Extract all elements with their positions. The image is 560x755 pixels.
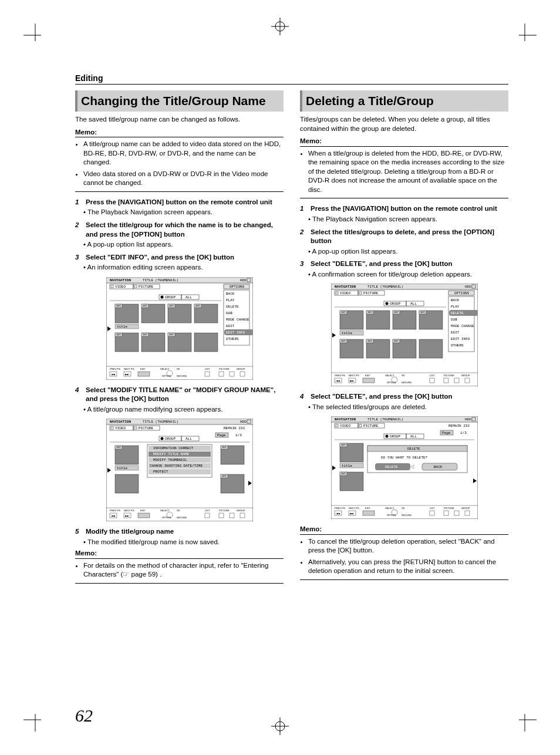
svg-text:ALL: ALL xyxy=(185,437,192,441)
svg-text:TITLE (THUMBNAIL): TITLE (THUMBNAIL) xyxy=(143,420,178,424)
step-3: 3Select "EDIT INFO", and press the [OK] … xyxy=(75,253,284,262)
svg-text:TITLE (THUMBNAIL): TITLE (THUMBNAIL) xyxy=(367,285,403,289)
step-text: Select the titles/groups to delete, and … xyxy=(311,228,508,246)
step-text: Press the [NAVIGATION] button on the rem… xyxy=(86,198,272,207)
svg-text:10/7: 10/7 xyxy=(341,472,346,475)
memo-list: When a title/group is deleted from the H… xyxy=(300,149,508,195)
step-text: Select "DELETE", and press the [OK] butt… xyxy=(311,259,453,269)
svg-text:DUB: DUB xyxy=(226,311,232,315)
svg-text:VIDEO: VIDEO xyxy=(115,426,126,430)
svg-point-173 xyxy=(385,302,388,305)
step-1: 1Press the [NAVIGATION] button on the re… xyxy=(300,204,508,214)
step-num: 2 xyxy=(300,228,307,246)
memo-item: When a title/group is deleted from the H… xyxy=(308,149,508,195)
svg-text:NAVIGATION: NAVIGATION xyxy=(110,420,131,424)
svg-text:RETURN: RETURN xyxy=(402,514,411,517)
svg-text:|◀◀: |◀◀ xyxy=(336,379,340,382)
svg-text:10/7: 10/7 xyxy=(341,443,346,446)
svg-text:PICTURE: PICTURE xyxy=(363,424,379,428)
svg-rect-67 xyxy=(194,333,218,352)
svg-text:title: title xyxy=(117,325,127,329)
svg-text:MODE CHANGE: MODE CHANGE xyxy=(226,318,249,322)
step-num: 4 xyxy=(300,392,307,402)
svg-text:NAVIGATION: NAVIGATION xyxy=(110,278,131,282)
step-note: A pop-up option list appears. xyxy=(308,247,508,257)
memo-item: Alternatively, you can press the [RETURN… xyxy=(308,558,508,576)
svg-text:EXIT: EXIT xyxy=(140,368,146,370)
svg-text:▶▶|: ▶▶| xyxy=(125,514,129,517)
svg-text:EDIT: EDIT xyxy=(451,331,460,335)
svg-text:VIDEO: VIDEO xyxy=(340,291,350,295)
svg-text:GROUP: GROUP xyxy=(165,295,176,299)
svg-rect-221 xyxy=(363,378,375,383)
svg-text:GROUP: GROUP xyxy=(237,509,245,512)
svg-text:NAVIGATION: NAVIGATION xyxy=(335,285,356,289)
step-num: 2 xyxy=(75,221,82,239)
svg-text:10/7: 10/7 xyxy=(367,311,373,314)
memo-rule xyxy=(75,558,284,559)
svg-point-107 xyxy=(160,437,163,440)
svg-text:▶▶|: ▶▶| xyxy=(350,512,354,515)
svg-text:ALL: ALL xyxy=(185,295,192,299)
figure-nav-delete-confirm: NAVIGATION TITLE (THUMBNAIL) HDD VIDEO P… xyxy=(331,416,478,519)
svg-text:GROUP: GROUP xyxy=(237,368,245,370)
registration-mark-bottom xyxy=(271,717,289,737)
memo-end-rule xyxy=(75,583,284,584)
svg-text:EDIT: EDIT xyxy=(226,324,235,328)
svg-text:GROUP: GROUP xyxy=(461,507,470,510)
svg-rect-211 xyxy=(419,339,443,358)
svg-text:ALL: ALL xyxy=(410,302,417,306)
svg-rect-77 xyxy=(138,372,150,376)
svg-text:1/3: 1/3 xyxy=(460,431,467,435)
svg-text:TITLE (THUMBNAIL): TITLE (THUMBNAIL) xyxy=(143,278,178,282)
svg-text:10/7: 10/7 xyxy=(222,446,227,449)
svg-text:OTHERS: OTHERS xyxy=(451,343,464,348)
heading-change-title: Changing the Title/Group Name xyxy=(75,90,284,112)
svg-text:SELECT: SELECT xyxy=(160,368,170,370)
svg-point-30 xyxy=(160,295,163,298)
memo-item: To cancel the title/group deletion opera… xyxy=(308,537,508,555)
step-num: 4 xyxy=(75,386,82,404)
svg-text:EXIT: EXIT xyxy=(140,509,146,512)
svg-text:10/7: 10/7 xyxy=(116,304,122,307)
svg-text:CHANGE SHOOTING DATE/TIME: CHANGE SHOOTING DATE/TIME xyxy=(150,464,203,468)
svg-text:PICTURE: PICTURE xyxy=(219,509,230,512)
svg-text:PREV PG: PREV PG xyxy=(110,509,120,512)
svg-text:MODE CHANGE: MODE CHANGE xyxy=(451,324,474,328)
svg-text:OK: OK xyxy=(177,509,180,512)
svg-text:SELECT: SELECT xyxy=(385,507,394,510)
svg-text:|◀◀: |◀◀ xyxy=(111,373,116,376)
svg-text:PROTECT: PROTECT xyxy=(153,470,168,474)
svg-text:DELETE: DELETE xyxy=(451,311,464,315)
svg-text:Page: Page xyxy=(442,431,451,435)
svg-text:RETURN: RETURN xyxy=(402,381,411,384)
svg-text:OPTION: OPTION xyxy=(162,375,171,378)
step-text: Select "DELETE", and press the [OK] butt… xyxy=(311,392,453,402)
svg-text:OPTIONS: OPTIONS xyxy=(454,291,470,295)
svg-text:HDD: HDD xyxy=(465,417,471,422)
step-num: 5 xyxy=(75,527,82,537)
memo-rule xyxy=(300,146,508,147)
svg-text:PREV PG: PREV PG xyxy=(335,507,345,510)
step-text: Select "EDIT INFO", and press the [OK] b… xyxy=(86,253,234,262)
svg-text:HDD: HDD xyxy=(465,285,471,289)
svg-text:GROUP: GROUP xyxy=(390,302,400,306)
step-num: 3 xyxy=(300,259,307,269)
figure-nav-modify: NAVIGATION TITLE (THUMBNAIL) HDD VIDEO P… xyxy=(106,419,253,521)
heading-delete-title: Deleting a Title/Group xyxy=(300,90,508,112)
svg-text:BACK: BACK xyxy=(434,465,443,469)
intro-text: Titles/groups can be deleted. When you d… xyxy=(300,115,508,133)
svg-text:PICTURE: PICTURE xyxy=(363,291,379,295)
svg-text:DUB: DUB xyxy=(451,318,457,322)
svg-text:title: title xyxy=(117,466,127,470)
step-num: 3 xyxy=(75,253,82,262)
svg-text:10/7: 10/7 xyxy=(420,311,426,314)
svg-text:OTHERS: OTHERS xyxy=(226,337,239,341)
memo-end-rule xyxy=(300,198,508,198)
memo-label: Memo: xyxy=(75,549,284,558)
svg-text:BACK: BACK xyxy=(451,298,460,302)
svg-text:ALL: ALL xyxy=(410,434,417,439)
svg-text:REMAIN 232: REMAIN 232 xyxy=(448,424,470,428)
step-text: Select the title/group for which the nam… xyxy=(86,221,284,239)
svg-text:HDD: HDD xyxy=(240,278,247,282)
